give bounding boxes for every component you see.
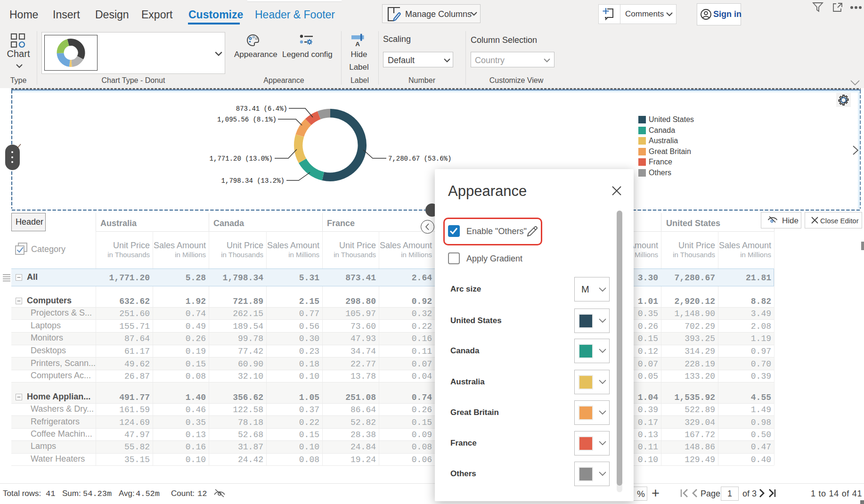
svg-text:A: A	[355, 41, 360, 48]
